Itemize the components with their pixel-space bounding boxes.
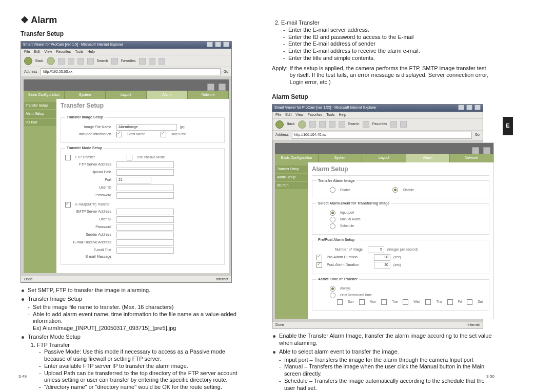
- ftp-userid-input[interactable]: [116, 184, 174, 191]
- forward-icon[interactable]: [47, 57, 55, 65]
- home-icon[interactable]: [77, 58, 84, 65]
- menu-file[interactable]: File: [275, 113, 281, 117]
- search-icon[interactable]: [87, 58, 94, 65]
- day-wed-checkbox[interactable]: [403, 299, 408, 305]
- pre-alarm-checkbox[interactable]: [316, 255, 322, 260]
- minimize-icon[interactable]: [458, 105, 464, 110]
- favorites-icon[interactable]: [363, 121, 369, 128]
- go-button[interactable]: Go: [224, 70, 228, 74]
- app-tabbar: Basic Configuration System Layout Alarm …: [24, 91, 229, 99]
- always-radio[interactable]: [330, 286, 335, 292]
- eventname-checkbox[interactable]: [116, 132, 122, 137]
- schedule-radio[interactable]: [330, 223, 335, 229]
- tab-basic-config[interactable]: Basic Configuration: [275, 154, 319, 162]
- menu-file[interactable]: File: [24, 50, 30, 54]
- stop-icon[interactable]: [58, 58, 65, 65]
- address-input[interactable]: http://166.104.40.xx: [292, 132, 472, 139]
- day-thu-checkbox[interactable]: [425, 299, 431, 305]
- settings-nav-icon[interactable]: [483, 147, 490, 154]
- address-input[interactable]: http://192.50.60.xx: [41, 68, 221, 75]
- tab-network[interactable]: Network: [450, 154, 493, 162]
- smtp-password-input[interactable]: [116, 224, 174, 231]
- favorites-icon[interactable]: [111, 58, 118, 65]
- print-icon[interactable]: [400, 121, 407, 128]
- ftp-password-input[interactable]: [116, 192, 174, 199]
- mail-icon[interactable]: [149, 58, 155, 65]
- upload-path-input[interactable]: [116, 169, 174, 176]
- history-icon[interactable]: [390, 121, 397, 128]
- receive-address-input[interactable]: [116, 239, 174, 246]
- menu-tools[interactable]: Tools: [75, 50, 83, 54]
- image-filename-input[interactable]: AlarmImage: [116, 124, 177, 131]
- tab-alarm[interactable]: Alarm: [406, 154, 450, 162]
- manual-alarm-radio[interactable]: [330, 217, 335, 222]
- passive-mode-checkbox[interactable]: [127, 155, 132, 160]
- print-icon[interactable]: [159, 58, 165, 65]
- side-alarm-setup[interactable]: Alarm Setup: [24, 110, 56, 117]
- tab-system[interactable]: System: [65, 91, 106, 99]
- tab-alarm[interactable]: Alarm: [147, 91, 188, 99]
- menu-help[interactable]: Help: [339, 113, 346, 117]
- app-content: Basic Configuration System Layout Alarm …: [274, 142, 494, 319]
- enable-radio[interactable]: [330, 187, 335, 193]
- tab-layout[interactable]: Layout: [362, 154, 406, 162]
- home-nav-icon[interactable]: [472, 147, 479, 154]
- day-tue-checkbox[interactable]: [381, 299, 387, 305]
- home-icon[interactable]: [329, 121, 335, 128]
- side-alarm-setup[interactable]: Alarm Setup: [275, 174, 308, 181]
- menu-edit[interactable]: Edit: [34, 50, 40, 54]
- side-transfer-setup[interactable]: Transfer Setup: [275, 166, 308, 173]
- settings-nav-icon[interactable]: [219, 84, 226, 91]
- pre-alarm-input[interactable]: 30: [374, 254, 390, 261]
- menu-favorites[interactable]: Favorites: [307, 113, 322, 117]
- tab-network[interactable]: Network: [188, 91, 229, 99]
- menu-favorites[interactable]: Favorites: [56, 50, 71, 54]
- day-mon-checkbox[interactable]: [359, 299, 365, 305]
- stop-icon[interactable]: [309, 121, 316, 128]
- ftp-address-input[interactable]: [116, 161, 174, 168]
- close-icon[interactable]: [223, 42, 229, 47]
- smtp-userid-input[interactable]: [116, 216, 174, 223]
- email-title-input[interactable]: [116, 247, 174, 254]
- back-icon[interactable]: [24, 57, 32, 65]
- side-io-port[interactable]: I/O Port: [275, 182, 308, 189]
- side-io-port[interactable]: I/O Port: [24, 119, 56, 126]
- home-nav-icon[interactable]: [207, 84, 214, 91]
- port-input[interactable]: 21: [116, 177, 151, 183]
- menu-tools[interactable]: Tools: [326, 113, 334, 117]
- datetime-checkbox[interactable]: [161, 132, 166, 137]
- smtp-address-input[interactable]: [116, 209, 174, 215]
- refresh-icon[interactable]: [319, 121, 326, 128]
- day-fri-checkbox[interactable]: [447, 299, 453, 305]
- maximize-icon[interactable]: [466, 105, 472, 110]
- tab-layout[interactable]: Layout: [106, 91, 147, 99]
- input-port-radio[interactable]: [330, 210, 335, 216]
- minimize-icon[interactable]: [207, 42, 213, 47]
- menu-view[interactable]: View: [295, 113, 303, 117]
- forward-icon[interactable]: [298, 120, 306, 129]
- menu-edit[interactable]: Edit: [285, 113, 291, 117]
- tab-system[interactable]: System: [319, 154, 362, 162]
- post-alarm-input[interactable]: 30: [374, 262, 390, 269]
- post-alarm-checkbox[interactable]: [316, 262, 322, 268]
- search-icon[interactable]: [339, 121, 345, 128]
- refresh-icon[interactable]: [68, 58, 74, 65]
- back-icon[interactable]: [275, 120, 284, 129]
- sender-address-input[interactable]: [116, 232, 174, 238]
- disable-radio[interactable]: [392, 187, 398, 193]
- ftp-transfer-checkbox[interactable]: [65, 155, 71, 160]
- search-label: Search: [348, 122, 360, 127]
- menu-view[interactable]: View: [44, 50, 52, 54]
- menu-help[interactable]: Help: [88, 50, 95, 54]
- maximize-icon[interactable]: [215, 42, 221, 47]
- close-icon[interactable]: [474, 105, 481, 110]
- tab-basic-config[interactable]: Basic Configuration: [24, 91, 65, 99]
- day-sat-checkbox[interactable]: [467, 299, 472, 305]
- side-transfer-setup[interactable]: Transfer Setup: [24, 102, 56, 109]
- day-sun-checkbox[interactable]: [337, 299, 343, 305]
- num-image-input[interactable]: 5: [368, 246, 384, 253]
- history-icon[interactable]: [139, 58, 146, 65]
- go-button[interactable]: Go: [475, 133, 480, 137]
- scheduled-radio[interactable]: [330, 293, 335, 298]
- smtp-transfer-checkbox[interactable]: [65, 202, 71, 208]
